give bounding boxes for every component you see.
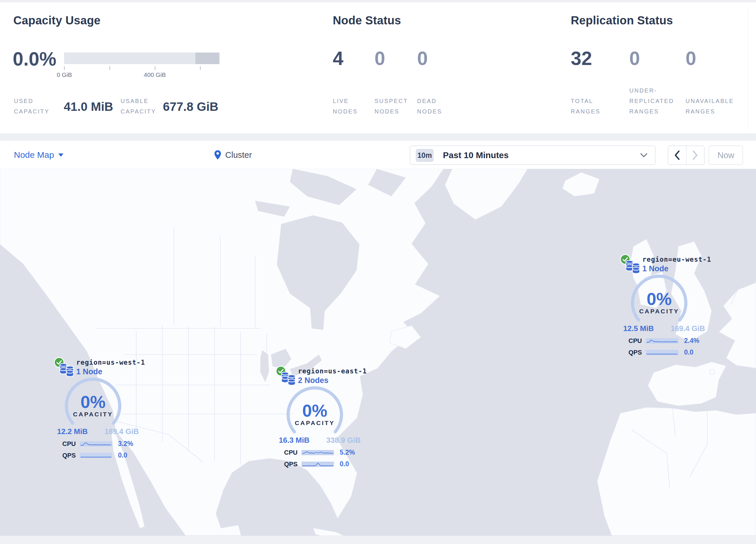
region-title: region=us-west-1 (76, 359, 145, 366)
time-range-label: Past 10 Minutes (443, 150, 509, 160)
cpu-label: CPU (628, 337, 646, 345)
cluster-summary-panel: Capacity Usage 0.0% 0 GiB 400 GiB USED C… (0, 2, 756, 134)
gauge-percent: 0% (81, 392, 106, 412)
usable-capacity-value: 677.8 GiB (163, 100, 218, 114)
gauge-label: CAPACITY (73, 411, 113, 418)
region-title: region=us-east-1 (298, 367, 367, 375)
capacity-gauge: 0% CAPACITY (64, 376, 122, 425)
used-capacity: 12.2 MiB (57, 427, 88, 436)
total-ranges-value: 32 (571, 49, 592, 68)
region-card-us-west-1[interactable]: region=us-west-1 1 Node 0% CAPACITY 12.2… (54, 356, 146, 459)
prev-time-range-button[interactable] (668, 146, 686, 164)
cpu-sparkline (646, 338, 678, 344)
gauge-percent: 0% (302, 401, 328, 420)
database-stack-icon (281, 371, 296, 386)
qps-label: QPS (284, 460, 301, 468)
view-selector-label: Node Map (14, 150, 54, 160)
capacity-values: 12.5 MiB 169.4 GiB (623, 324, 705, 333)
qps-sparkline (80, 453, 112, 458)
cpu-label: CPU (284, 449, 301, 456)
total-capacity: 338.9 GiB (326, 436, 361, 445)
qps-label: QPS (628, 349, 646, 356)
unavailable-ranges-value: 0 (686, 49, 696, 68)
qps-metric-row: QPS 0.0 (628, 349, 713, 356)
view-selector-dropdown[interactable]: Node Map (14, 141, 64, 169)
node-status-title: Node Status (333, 14, 401, 27)
under-replicated-ranges-label: UNDER-REPLICATED RANGES (629, 85, 678, 117)
qps-value: 0.0 (684, 349, 693, 356)
axis-tick (64, 66, 65, 70)
unavailable-ranges-label: UNAVAILABLE RANGES (686, 96, 739, 117)
next-time-range-button[interactable] (686, 146, 704, 164)
now-button[interactable]: Now (709, 146, 743, 165)
cpu-value: 3.2% (118, 440, 133, 448)
qps-value: 0.0 (118, 452, 127, 459)
axis-tick-label: 400 GiB (144, 71, 166, 78)
suspect-nodes-value: 0 (375, 49, 385, 68)
region-node-count: 1 Node (76, 367, 145, 376)
cpu-value: 5.2% (340, 449, 355, 456)
axis-tick (155, 66, 155, 70)
total-ranges-label: TOTAL RANGES (571, 96, 604, 117)
qps-value: 0.0 (340, 460, 349, 468)
qps-metric-row: QPS 0.0 (284, 460, 368, 468)
region-card-header: region=us-east-1 2 Nodes (275, 365, 368, 384)
breadcrumb[interactable]: Cluster (214, 141, 252, 169)
cpu-metric-row: CPU 5.2% (284, 449, 368, 456)
total-capacity: 169.4 GiB (670, 324, 705, 333)
total-capacity: 169.4 GiB (104, 427, 139, 436)
used-capacity: 16.3 MiB (279, 436, 310, 445)
cpu-sparkline (80, 441, 112, 447)
cpu-value: 2.4% (684, 337, 699, 345)
capacity-values: 16.3 MiB 338.9 GiB (279, 436, 361, 445)
database-stack-icon (626, 259, 641, 274)
region-card-header: region=us-west-1 1 Node (54, 356, 146, 376)
axis-tick (200, 66, 201, 70)
map-toolbar: Node Map Cluster 10m Past 10 Minutes Now (0, 140, 756, 169)
capacity-reserved-segment (195, 52, 219, 64)
region-card-us-east-1[interactable]: region=us-east-1 2 Nodes 0% CAPACITY 16.… (275, 365, 368, 468)
qps-metric-row: QPS 0.0 (62, 452, 146, 459)
replication-status-title: Replication Status (571, 14, 673, 27)
qps-sparkline (646, 350, 678, 355)
chevron-left-icon (675, 150, 680, 160)
region-card-eu-west-1[interactable]: region=eu-west-1 1 Node 0% CAPACITY 12.5… (620, 253, 713, 356)
region-card-header: region=eu-west-1 1 Node (620, 253, 713, 273)
gauge-label: CAPACITY (295, 420, 335, 426)
region-node-count: 1 Node (642, 264, 711, 273)
panel-divider (748, 9, 748, 129)
capacity-gauge: 0% CAPACITY (286, 384, 344, 434)
chevron-right-icon (693, 150, 698, 160)
chevron-down-icon (58, 153, 64, 157)
time-range-selector[interactable]: 10m Past 10 Minutes (410, 146, 655, 165)
dead-nodes-value: 0 (417, 49, 428, 68)
chevron-down-icon (640, 153, 648, 157)
region-node-count: 2 Nodes (298, 376, 367, 385)
axis-tick (110, 66, 110, 70)
gauge-percent: 0% (647, 289, 672, 309)
live-nodes-label: LIVE NODES (333, 96, 359, 117)
used-capacity-value: 41.0 MiB (64, 100, 113, 114)
time-range-pager (668, 146, 704, 165)
usable-capacity-label: USABLE CAPACITY (121, 96, 160, 117)
qps-sparkline (301, 462, 334, 467)
capacity-gauge: 0% CAPACITY (630, 273, 688, 322)
cpu-label: CPU (62, 440, 80, 448)
under-replicated-ranges-value: 0 (629, 49, 640, 68)
breadcrumb-cluster-label: Cluster (225, 150, 252, 160)
live-nodes-value: 4 (333, 49, 344, 68)
gauge-label: CAPACITY (639, 308, 679, 315)
cluster-overview-page: Capacity Usage 0.0% 0 GiB 400 GiB USED C… (0, 0, 756, 544)
cpu-sparkline (301, 450, 334, 455)
dead-nodes-label: DEAD NODES (417, 96, 443, 117)
axis-tick-label: 0 GiB (57, 71, 72, 78)
region-title: region=eu-west-1 (642, 255, 711, 263)
capacity-usage-bar (64, 52, 219, 64)
used-capacity-label: USED CAPACITY (14, 96, 53, 117)
time-range-badge: 10m (416, 149, 434, 162)
footer-strip (0, 536, 756, 544)
cpu-metric-row: CPU 3.2% (62, 440, 146, 448)
map-pin-icon (214, 150, 221, 160)
suspect-nodes-label: SUSPECT NODES (375, 96, 411, 117)
capacity-usage-title: Capacity Usage (13, 14, 101, 27)
